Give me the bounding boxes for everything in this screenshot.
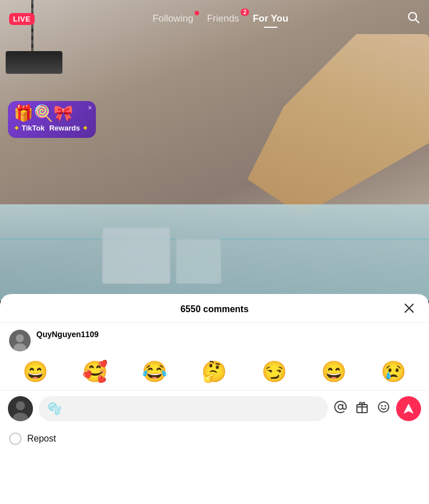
comments-count: 6550 comments — [180, 304, 249, 314]
tab-for-you[interactable]: For You — [253, 13, 288, 24]
nav-left: LIVE — [9, 13, 35, 25]
star-icon-right: ✦ — [82, 124, 88, 132]
svg-point-8 — [16, 401, 25, 410]
svg-point-12 — [378, 402, 389, 412]
svg-line-1 — [416, 20, 419, 23]
user-avatar — [8, 396, 33, 421]
repost-row[interactable]: Repost — [0, 427, 429, 450]
input-icons — [334, 400, 390, 417]
emoji-grin[interactable]: 😄 — [23, 362, 48, 382]
nav-tabs: Following Friends 2 For You — [35, 13, 406, 24]
emoji-think[interactable]: 🤔 — [201, 362, 227, 382]
send-button[interactable] — [396, 396, 421, 421]
following-dot — [195, 11, 199, 15]
svg-point-5 — [16, 334, 24, 342]
friends-badge: 2 — [241, 9, 250, 16]
gift-button[interactable] — [355, 400, 369, 417]
video-area: LIVE Following Friends 2 For You × 🎁🍭� — [0, 0, 429, 301]
svg-point-10 — [338, 405, 343, 409]
bottom-sheet: 6550 comments QuyNguyen1109 😄 🥰 — [0, 294, 429, 504]
rewards-text: ✦ TikTok Rewards ✦ — [14, 124, 89, 132]
blob-emoji: 🫧 — [48, 402, 62, 415]
emoji-hearts[interactable]: 🥰 — [82, 362, 108, 382]
scene-box — [102, 227, 170, 284]
star-icon-left: ✦ — [14, 124, 19, 132]
rewards-close-button[interactable]: × — [88, 104, 92, 112]
emoji-laugh[interactable]: 😂 — [142, 362, 167, 382]
emoji-smirk[interactable]: 😏 — [262, 362, 287, 382]
scene-aquarium — [0, 204, 429, 301]
rewards-banner[interactable]: × 🎁🍭🎀 ✦ TikTok Rewards ✦ — [8, 101, 96, 138]
comments-header: 6550 comments — [0, 294, 429, 323]
tab-following[interactable]: Following — [153, 13, 194, 24]
live-badge[interactable]: LIVE — [9, 13, 35, 25]
comment-input-bar[interactable]: 🫧 — [39, 396, 328, 421]
search-button[interactable] — [406, 10, 420, 27]
repost-radio[interactable] — [9, 432, 22, 445]
scene-light — [6, 51, 62, 74]
comment-content: QuyNguyen1109 — [36, 330, 99, 340]
comment-avatar — [9, 330, 31, 351]
tab-friends[interactable]: Friends 2 — [207, 13, 239, 24]
top-nav: LIVE Following Friends 2 For You — [0, 0, 429, 37]
emoji-picker-button[interactable] — [377, 400, 390, 417]
comment-input-row: 🫧 — [0, 390, 429, 427]
comment-item: QuyNguyen1109 — [9, 330, 420, 351]
rewards-icons: 🎁🍭🎀 — [14, 106, 89, 121]
comments-list: QuyNguyen1109 — [0, 323, 429, 354]
comment-username: QuyNguyen1109 — [36, 330, 99, 339]
scene-box2 — [176, 238, 221, 284]
emoji-sad[interactable]: 😢 — [381, 362, 406, 382]
mention-button[interactable] — [334, 400, 347, 417]
repost-label: Repost — [27, 434, 56, 444]
emoji-grin2[interactable]: 😄 — [321, 362, 347, 382]
scene-arm — [247, 34, 429, 216]
close-comments-button[interactable] — [401, 300, 418, 317]
emoji-row: 😄 🥰 😂 🤔 😏 😄 😢 — [0, 354, 429, 390]
